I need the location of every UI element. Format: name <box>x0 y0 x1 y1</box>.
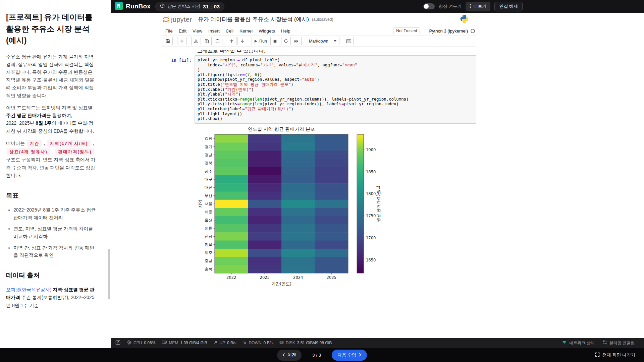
keyboard-icon <box>346 39 351 43</box>
svg-text:울산: 울산 <box>205 218 212 222</box>
timer-value: 31 : 03 <box>203 4 220 9</box>
menu-help[interactable]: Help <box>278 28 293 34</box>
menu-view[interactable]: View <box>190 28 205 34</box>
move-cell-down-button[interactable] <box>237 37 247 45</box>
more-button[interactable]: 더보기 <box>466 2 490 11</box>
always-on-toggle[interactable] <box>423 3 435 9</box>
svg-text:세종: 세종 <box>205 209 212 214</box>
arrow-down-icon <box>240 39 245 43</box>
floppy-icon <box>166 39 170 43</box>
trust-badge[interactable]: Not Trusted <box>393 27 420 34</box>
svg-text:1900: 1900 <box>366 147 376 152</box>
topbar-actions: 항상 켜두기 더보기 연결 해제 <box>423 2 641 11</box>
resource-statusbar: CPU0.06% MEM1.39 GiB/4 GiB UP0 B/s DOWN0… <box>111 338 644 348</box>
exit-fullscreen-button[interactable]: 전체 화면 나가기 <box>595 348 635 362</box>
runbox-topbar: RunBox 남은 런박스 시간 31 : 03 항상 켜두기 더보기 연결 해… <box>111 0 644 13</box>
menu-file[interactable]: File <box>162 28 176 34</box>
jupyter-logo[interactable]: jupyter <box>162 16 192 23</box>
lesson-navigation-bar: 이전 3 / 3 다음 수업 전체 화면 나가기 <box>0 348 644 362</box>
restart-run-all-button[interactable] <box>292 37 302 45</box>
menu-cell[interactable]: Cell <box>223 28 236 34</box>
cell-type-dropdown[interactable]: Markdown <box>306 37 339 45</box>
svg-text:경북: 경북 <box>205 161 212 165</box>
svg-text:충남: 충남 <box>205 258 212 263</box>
kernel-status-icon <box>471 29 475 33</box>
data-source-paragraph: 오피넷(한국석유공사) 지역·상표별 평균 판매가격 주간 통계(보통휘발유),… <box>6 286 97 309</box>
svg-text:강원: 강원 <box>205 136 212 141</box>
svg-text:1750: 1750 <box>366 214 376 218</box>
svg-text:부산: 부산 <box>205 193 212 198</box>
cell-output: 연도별 지역 평균 판매가격 분포강원경기경남경북광주대구대전부산서울세종울산인… <box>197 126 476 290</box>
svg-text:대구: 대구 <box>205 177 212 182</box>
scissors-icon <box>194 39 198 43</box>
interrupt-kernel-button[interactable] <box>270 37 280 45</box>
notebook-header: jupyter 유가 데이터를 활용한 주유소 시장분석 (예시) (autos… <box>161 13 476 26</box>
python-logo-icon <box>460 14 469 25</box>
memory-icon <box>162 341 167 345</box>
move-cell-up-button[interactable] <box>227 37 236 45</box>
svg-text:평균 판매가격(원/L): 평균 판매가격(원/L) <box>376 186 381 222</box>
clipped-markdown-text: 그래프로 확인할 수 있습니다. <box>197 50 476 54</box>
add-cell-button[interactable] <box>177 37 187 45</box>
jupyter-notebook-panel: jupyter 유가 데이터를 활용한 주유소 시장분석 (예시) (autos… <box>111 13 644 338</box>
project-overview-paragraph: 이번 프로젝트는 오피넷의 지역 및 상표별 주간 평균 판매가격을 활용하여,… <box>6 104 97 135</box>
code-lines: pivot_yr_region = df.pivot_table( index=… <box>198 58 473 121</box>
sidebar-scrollbar-thumb[interactable] <box>108 249 110 299</box>
goals-heading: 목표 <box>6 191 97 200</box>
menu-edit[interactable]: Edit <box>176 28 190 34</box>
autosave-status: (autosaved) <box>312 17 333 22</box>
restart-kernel-button[interactable] <box>281 37 291 45</box>
svg-text:전북: 전북 <box>205 242 212 247</box>
menu-kernel[interactable]: Kernel <box>236 28 256 34</box>
svg-text:전남: 전남 <box>205 234 212 239</box>
plus-icon <box>180 39 184 43</box>
network-status: 네트워크 상태 <box>562 340 594 346</box>
code-editor[interactable]: pivot_yr_region = df.pivot_table( index=… <box>195 55 476 124</box>
previous-button[interactable]: 이전 <box>277 350 302 361</box>
copy-icon <box>205 39 209 43</box>
code-cell: In [12]: pivot_yr_region = df.pivot_tabl… <box>161 55 476 124</box>
menu-widgets[interactable]: Widgets <box>256 28 278 34</box>
disconnect-button[interactable]: 연결 해제 <box>494 2 523 11</box>
heatmap-figure: 연도별 지역 평균 판매가격 분포강원경기경남경북광주대구대전부산서울세종울산인… <box>197 126 476 290</box>
svg-text:대전: 대전 <box>205 185 212 190</box>
svg-text:지역: 지역 <box>198 199 203 208</box>
notebook-title[interactable]: 유가 데이터를 활용한 주유소 시장분석 (예시) <box>198 16 309 23</box>
inline-data-tag: 판매가격(원/L) <box>55 148 94 156</box>
cut-cell-button[interactable] <box>191 37 201 45</box>
download-stat: DOWN0 B/s <box>243 341 272 345</box>
kernel-name: Python 3 (ipykernel) <box>425 28 468 34</box>
disk-stat: DISK3.51 GiB/49.98 GiB <box>279 340 332 346</box>
menu-insert[interactable]: Insert <box>205 28 223 34</box>
svg-text:인천: 인천 <box>205 226 212 231</box>
runtime-status: 런타임 연결됨 <box>603 340 635 346</box>
download-arrow-icon <box>243 341 247 345</box>
data-structure-paragraph: 데이터는 기간 , 지역(17개 시/도) , 상표(4개 정유사) , 판매가… <box>6 139 97 179</box>
next-lesson-button[interactable]: 다음 수업 <box>332 350 367 361</box>
arrow-up-icon <box>229 39 234 43</box>
clock-icon <box>160 3 165 9</box>
memory-stat: MEM1.39 GiB/4 GiB <box>162 341 207 345</box>
panel-toggle-icon[interactable] <box>115 340 120 346</box>
copy-cell-button[interactable] <box>202 37 212 45</box>
svg-text:1650: 1650 <box>366 257 376 262</box>
paste-cell-button[interactable] <box>213 37 222 45</box>
goal-list-item: 2022~2025년 8월 1주 기준 주유소 평균 판매가격 데이터 전처리 <box>13 206 97 221</box>
svg-text:2023: 2023 <box>260 275 270 280</box>
notebook-toolbar: Run Markdown <box>161 36 476 47</box>
run-button[interactable]: Run <box>252 37 269 45</box>
svg-text:경남: 경남 <box>205 153 212 157</box>
upload-stat: UP0 B/s <box>214 341 236 345</box>
svg-text:1800: 1800 <box>366 191 376 196</box>
timer-label: 남은 런박스 시간 <box>167 3 200 9</box>
data-source-link[interactable]: 오피넷(한국석유공사) <box>6 287 51 292</box>
cell-execution-prompt: In [12]: <box>161 55 195 124</box>
goals-list: 2022~2025년 8월 1주 기준 주유소 평균 판매가격 데이터 전처리연… <box>13 206 97 259</box>
lesson-sidebar: [프로젝트] 유가 데이터를 활용한 주유소 시장 분석 (예시) 주유소 평균… <box>0 0 111 348</box>
toggle-knob <box>424 4 429 9</box>
save-button[interactable] <box>163 37 173 45</box>
brand-name: RunBox <box>126 3 151 10</box>
command-palette-button[interactable] <box>344 37 354 45</box>
always-on-label: 항상 켜두기 <box>439 3 462 9</box>
svg-text:충북: 충북 <box>205 267 212 272</box>
